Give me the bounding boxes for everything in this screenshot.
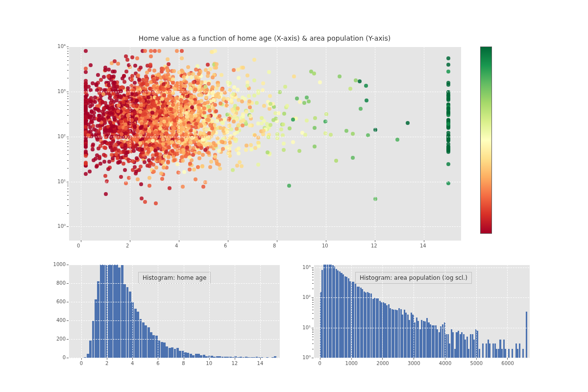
hist-age-title: Histogram: home age (138, 272, 211, 284)
scatter-points (69, 47, 461, 240)
colorbar-gradient (480, 47, 492, 234)
chart-title: Home value as a function of home age (X-… (69, 34, 461, 42)
